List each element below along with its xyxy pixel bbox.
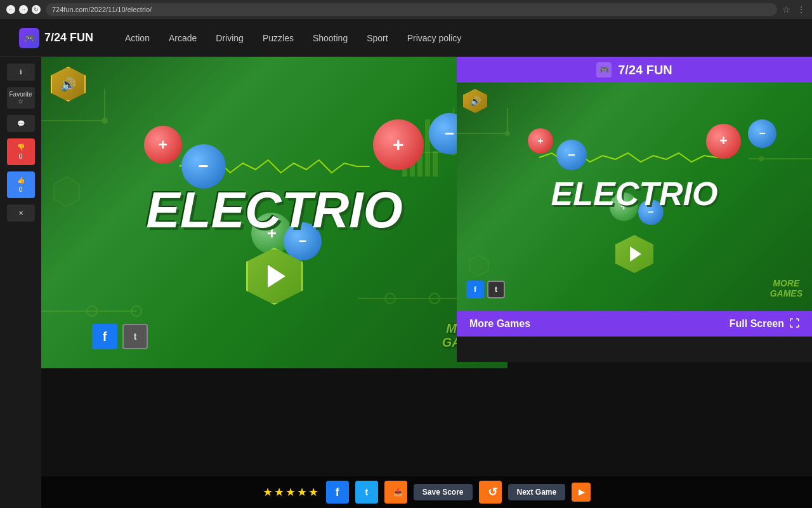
mini-red-plus-right: +: [706, 124, 741, 159]
thumbs-down-icon: 👎: [17, 144, 25, 150]
game-logo: ELECTRIO: [146, 187, 402, 233]
more-icon: ⋮: [797, 4, 806, 15]
fullscreen-button[interactable]: Full Screen ⛶: [730, 318, 799, 330]
comment-icon: 💬: [17, 120, 25, 127]
game-canvas[interactable]: 🔊 − + +: [41, 57, 508, 368]
svg-marker-19: [469, 255, 488, 276]
address-bar[interactable]: 724fun.com/2022/11/10/electrio/: [46, 3, 777, 16]
panel-title: 7/24 FUN: [618, 63, 672, 77]
game-title: ELECTRIO: [146, 187, 402, 233]
bottom-toolbar: ★★★★★ f t 📤 Save Score ↺ Next Game ▶: [41, 476, 812, 508]
comment-button[interactable]: 💬: [7, 115, 35, 132]
browser-controls: ← → ↻: [6, 5, 41, 14]
mini-fb-button[interactable]: f: [466, 281, 484, 298]
nav-arcade[interactable]: Arcade: [169, 33, 197, 43]
nav-action[interactable]: Action: [125, 33, 150, 43]
back-button[interactable]: ←: [6, 5, 15, 14]
red-plus-ball-right: +: [373, 119, 424, 170]
nav-sport[interactable]: Sport: [367, 33, 388, 43]
mini-more-games[interactable]: MORE GAMES: [770, 279, 802, 298]
share-buttons: f t: [92, 324, 148, 349]
info-button[interactable]: ℹ: [7, 64, 35, 81]
site-logo[interactable]: 🎮 7/24 FUN: [19, 28, 93, 48]
svg-point-16: [505, 131, 510, 136]
mini-game-title: ELECTRIO: [551, 179, 718, 209]
main-nav: Action Arcade Driving Puzzles Shooting S…: [125, 33, 461, 43]
nav-puzzles[interactable]: Puzzles: [263, 33, 294, 43]
fullscreen-label: Full Screen: [730, 318, 784, 330]
favorite-star: ☆: [10, 98, 32, 105]
right-game-area[interactable]: 🔊 − + +: [457, 83, 812, 311]
svg-point-2: [102, 117, 108, 124]
right-panel-header: 🎮 7/24 FUN: [457, 57, 812, 83]
like-count: 0: [19, 186, 23, 193]
close-sidebar-button[interactable]: ✕: [7, 204, 35, 222]
mini-more-games-line1: MORE: [770, 279, 802, 288]
nav-driving[interactable]: Driving: [216, 33, 244, 43]
favorite-label: Favorite: [10, 91, 32, 98]
right-panel-footer: More Games Full Screen ⛶: [457, 311, 812, 337]
game-area: 🔊 − + +: [41, 57, 812, 508]
red-plus-ball-left: +: [144, 126, 182, 164]
left-sidebar: ℹ Favorite ☆ 💬 👎 0 👍 0 ✕: [0, 57, 41, 508]
url-text: 724fun.com/2022/11/10/electrio/: [52, 6, 152, 13]
forward-button[interactable]: →: [19, 5, 28, 14]
next-game-button[interactable]: Next Game: [508, 484, 566, 500]
fullscreen-icon: ⛶: [789, 318, 799, 330]
nav-shooting[interactable]: Shooting: [313, 33, 348, 43]
mini-blue-minus-ball: −: [556, 140, 587, 170]
share-button[interactable]: 📤: [384, 481, 407, 504]
dislike-count: 0: [19, 153, 23, 160]
mini-blue-minus-right: −: [748, 119, 776, 148]
facebook-share-button[interactable]: f: [92, 324, 117, 349]
browser-chrome: ← → ↻ 724fun.com/2022/11/10/electrio/ ☆ …: [0, 0, 812, 19]
logo-icon: 🎮: [19, 28, 39, 48]
dislike-button[interactable]: 👎 0: [7, 138, 35, 165]
info-icon: ℹ: [20, 69, 22, 76]
mini-sound-icon: 🔊: [470, 96, 481, 106]
browser-icons: ☆ ⋮: [782, 4, 806, 15]
next-arrow-button[interactable]: ▶: [572, 483, 591, 502]
play-hexagon[interactable]: [246, 248, 303, 305]
close-icon: ✕: [18, 210, 23, 217]
svg-marker-12: [54, 177, 79, 207]
like-button[interactable]: 👍 0: [7, 171, 35, 198]
twitter-share-button[interactable]: t: [122, 324, 148, 349]
play-triangle: [268, 265, 285, 288]
mini-more-games-line2: GAMES: [770, 289, 802, 298]
save-score-button[interactable]: Save Score: [414, 484, 473, 500]
refresh-button[interactable]: ↺: [479, 481, 502, 504]
play-button[interactable]: [246, 248, 303, 305]
mini-red-plus-ball: +: [528, 128, 553, 154]
more-games-link[interactable]: More Games: [469, 318, 530, 330]
svg-point-18: [759, 156, 764, 161]
rating-stars: ★★★★★: [263, 485, 320, 499]
favorite-button[interactable]: Favorite ☆: [7, 87, 35, 109]
nav-privacy[interactable]: Privacy policy: [407, 33, 462, 43]
mini-share-buttons: f t: [466, 281, 505, 298]
bookmark-icon: ☆: [782, 4, 790, 15]
panel-logo-icon: 🎮: [596, 62, 612, 77]
facebook-button[interactable]: f: [326, 481, 349, 504]
sound-icon: 🔊: [60, 77, 76, 92]
logo-text: 7/24 FUN: [44, 31, 93, 44]
twitter-button[interactable]: t: [355, 481, 378, 504]
mini-tw-button[interactable]: t: [487, 281, 505, 298]
site-header: 🎮 7/24 FUN Action Arcade Driving Puzzles…: [0, 19, 812, 57]
refresh-button[interactable]: ↻: [32, 5, 41, 14]
right-panel: 🎮 7/24 FUN 🔊: [457, 57, 812, 362]
page: 🎮 7/24 FUN Action Arcade Driving Puzzles…: [0, 19, 812, 508]
thumbs-up-icon: 👍: [17, 177, 25, 184]
content-area: ℹ Favorite ☆ 💬 👎 0 👍 0 ✕: [0, 57, 812, 508]
mini-play-triangle: [630, 246, 641, 262]
